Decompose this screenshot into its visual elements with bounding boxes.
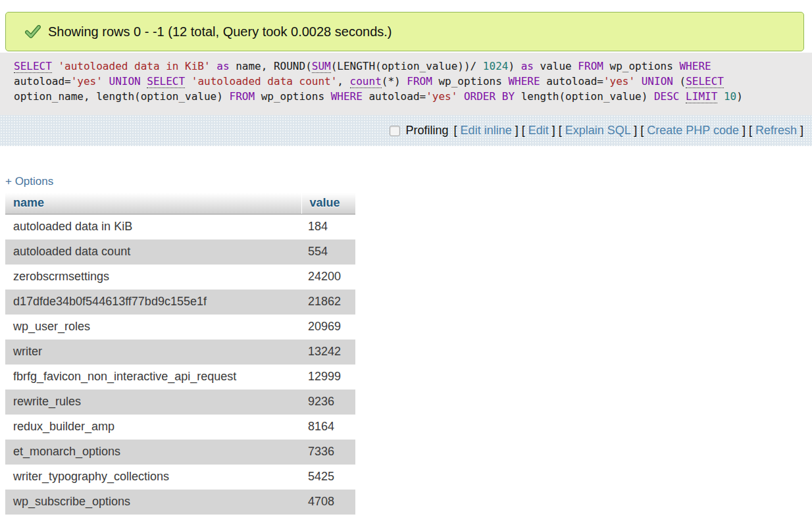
sql-token: DESC — [654, 90, 680, 103]
column-header-value[interactable]: value — [301, 193, 355, 215]
sql-doc-link[interactable]: SELECT — [686, 75, 724, 88]
sql-token: WHERE — [331, 90, 363, 103]
cell-name: rewrite_rules — [5, 390, 301, 415]
cell-name: autoloaded data count — [5, 240, 301, 265]
sql-token — [635, 75, 642, 88]
cell-value: 13242 — [301, 340, 355, 365]
sql-doc-link[interactable]: count — [350, 75, 382, 88]
sql-line: autoload='yes' UNION SELECT 'autoloaded … — [14, 74, 805, 89]
table-header-row: name value — [5, 193, 355, 215]
sql-token: FROM — [230, 90, 255, 103]
bracket: ] — [797, 124, 803, 137]
sql-token: UNION — [109, 75, 141, 88]
bracket: ] — [549, 124, 555, 137]
table-row: writer13242 — [5, 340, 355, 365]
cell-name: writer — [5, 340, 301, 365]
sql-token: ORDER BY — [464, 90, 515, 103]
table-row: wp_user_roles20969 — [5, 315, 355, 340]
table-row: autoloaded data count554 — [5, 240, 355, 265]
column-header-name[interactable]: name — [5, 193, 301, 215]
sql-token: FROM — [578, 60, 603, 72]
sql-token: value — [534, 60, 578, 72]
table-row: redux_builder_amp8164 — [5, 415, 355, 440]
table-row: writer_typography_collections5425 — [5, 465, 355, 490]
cell-name: redux_builder_amp — [5, 415, 301, 440]
cell-value: 184 — [301, 215, 355, 240]
bracket: ] — [512, 124, 519, 137]
action-link-group: [ Edit inline ] — [454, 124, 519, 138]
table-row: wp_subscribe_options4708 — [5, 490, 355, 515]
sql-token — [185, 75, 191, 88]
cell-name: wp_user_roles — [5, 315, 301, 340]
sql-token: autoload= — [14, 75, 71, 88]
sql-token — [52, 60, 59, 72]
bracket: [ — [555, 124, 565, 137]
cell-name: autoloaded data in KiB — [5, 215, 301, 240]
banner-message: Showing rows 0 - -1 (12 total, Query too… — [48, 24, 392, 39]
cell-name: wp_subscribe_options — [5, 490, 301, 515]
sql-doc-link[interactable]: SUM — [312, 60, 331, 73]
sql-token — [457, 90, 464, 103]
sql-doc-link[interactable]: SELECT — [14, 60, 52, 73]
action-links: [ Edit inline ] [ Edit ] [ Explain SQL ]… — [454, 124, 803, 138]
action-link-group: [ Create PHP code ] — [637, 124, 746, 138]
cell-name: zerobscrmsettings — [5, 265, 301, 290]
profiling-checkbox[interactable] — [390, 126, 400, 136]
sql-token: 'yes' — [426, 90, 457, 103]
bracket: [ — [454, 124, 461, 137]
sql-token: wp_options — [432, 75, 509, 88]
cell-value: 9236 — [301, 390, 355, 415]
table-row: fbrfg_favicon_non_interactive_api_reques… — [5, 365, 355, 390]
sql-token: UNION — [642, 75, 673, 88]
cell-value: 4708 — [301, 490, 355, 515]
success-banner: Showing rows 0 - -1 (12 total, Query too… — [5, 12, 804, 51]
table-row: rewrite_rules9236 — [5, 390, 355, 415]
sql-token: WHERE — [679, 60, 711, 72]
sql-token — [141, 75, 147, 88]
action-link-create-php-code[interactable]: Create PHP code — [647, 124, 739, 137]
action-link-refresh[interactable]: Refresh — [755, 124, 797, 137]
cell-name: et_monarch_options — [5, 440, 301, 465]
profiling-label: Profiling — [406, 124, 449, 138]
sql-token: length(option_value) — [515, 90, 654, 103]
action-link-explain-sql[interactable]: Explain SQL — [565, 124, 630, 137]
options-toggle[interactable]: + Options — [5, 175, 53, 188]
cell-value: 24200 — [301, 265, 355, 290]
action-link-group: [ Edit ] — [519, 124, 555, 138]
sql-token: as — [521, 60, 534, 72]
action-link-group: [ Refresh ] — [746, 124, 803, 138]
sql-token: (*) — [382, 75, 407, 88]
sql-token: ) — [736, 90, 743, 103]
sql-token: FROM — [407, 75, 432, 88]
results-table-body: autoloaded data in KiB184autoloaded data… — [5, 215, 355, 515]
action-link-edit[interactable]: Edit — [528, 124, 549, 137]
sql-token: ) — [508, 60, 520, 72]
table-row: d17dfde34b0f544613ff77bd9c155e1f21862 — [5, 290, 355, 315]
sql-token: wp_options — [603, 60, 680, 72]
sql-line: option_name, length(option_value) FROM w… — [14, 89, 805, 104]
bracket: ] — [739, 124, 746, 137]
action-link-edit-inline[interactable]: Edit inline — [461, 124, 512, 137]
cell-value: 7336 — [301, 440, 355, 465]
sql-doc-link[interactable]: SELECT — [147, 75, 185, 88]
sql-token: autoload= — [540, 75, 603, 88]
cell-value: 5425 — [301, 465, 355, 490]
sql-line: SELECT 'autoloaded data in KiB' as name,… — [14, 59, 805, 74]
table-row: et_monarch_options7336 — [5, 440, 355, 465]
cell-value: 20969 — [301, 315, 355, 340]
sql-query: SELECT 'autoloaded data in KiB' as name,… — [0, 53, 812, 115]
bracket: [ — [637, 124, 647, 137]
sql-token: wp_options — [255, 90, 331, 103]
sql-token: 'yes' — [71, 75, 103, 88]
sql-token — [679, 90, 686, 103]
cell-name: d17dfde34b0f544613ff77bd9c155e1f — [5, 290, 301, 315]
sql-token — [211, 60, 217, 72]
sql-token — [103, 75, 109, 88]
results-table: name value autoloaded data in KiB184auto… — [5, 193, 355, 515]
cell-value: 21862 — [301, 290, 355, 315]
sql-token: 10 — [724, 90, 736, 103]
query-toolbar: Profiling [ Edit inline ] [ Edit ] [ Exp… — [0, 115, 812, 146]
cell-name: writer_typography_collections — [5, 465, 301, 490]
sql-doc-link[interactable]: LIMIT — [686, 90, 717, 103]
sql-token: (LENGTH(option_value))/ — [331, 60, 483, 72]
